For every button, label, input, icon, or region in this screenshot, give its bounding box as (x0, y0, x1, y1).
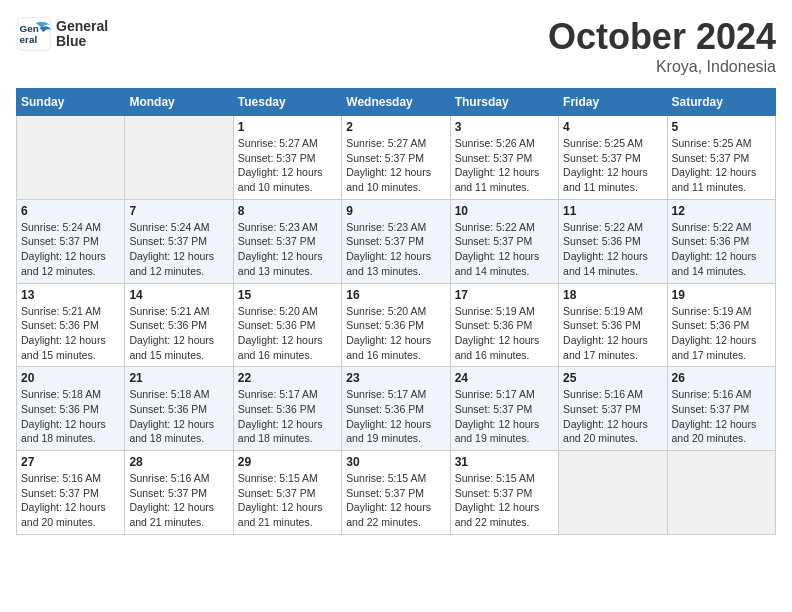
calendar-cell: 19Sunrise: 5:19 AM Sunset: 5:36 PM Dayli… (667, 283, 775, 367)
calendar-cell: 11Sunrise: 5:22 AM Sunset: 5:36 PM Dayli… (559, 199, 667, 283)
day-info: Sunrise: 5:27 AM Sunset: 5:37 PM Dayligh… (346, 136, 445, 195)
calendar-cell: 21Sunrise: 5:18 AM Sunset: 5:36 PM Dayli… (125, 367, 233, 451)
calendar-cell: 31Sunrise: 5:15 AM Sunset: 5:37 PM Dayli… (450, 451, 558, 535)
day-info: Sunrise: 5:15 AM Sunset: 5:37 PM Dayligh… (238, 471, 337, 530)
day-number: 1 (238, 120, 337, 134)
day-number: 12 (672, 204, 771, 218)
day-number: 14 (129, 288, 228, 302)
day-info: Sunrise: 5:17 AM Sunset: 5:37 PM Dayligh… (455, 387, 554, 446)
day-number: 22 (238, 371, 337, 385)
day-info: Sunrise: 5:26 AM Sunset: 5:37 PM Dayligh… (455, 136, 554, 195)
calendar-cell: 27Sunrise: 5:16 AM Sunset: 5:37 PM Dayli… (17, 451, 125, 535)
day-header-thursday: Thursday (450, 89, 558, 116)
day-info: Sunrise: 5:16 AM Sunset: 5:37 PM Dayligh… (563, 387, 662, 446)
day-info: Sunrise: 5:20 AM Sunset: 5:36 PM Dayligh… (346, 304, 445, 363)
day-number: 28 (129, 455, 228, 469)
day-info: Sunrise: 5:18 AM Sunset: 5:36 PM Dayligh… (129, 387, 228, 446)
day-info: Sunrise: 5:19 AM Sunset: 5:36 PM Dayligh… (672, 304, 771, 363)
day-info: Sunrise: 5:15 AM Sunset: 5:37 PM Dayligh… (346, 471, 445, 530)
calendar-cell: 25Sunrise: 5:16 AM Sunset: 5:37 PM Dayli… (559, 367, 667, 451)
day-info: Sunrise: 5:21 AM Sunset: 5:36 PM Dayligh… (129, 304, 228, 363)
calendar-cell: 6Sunrise: 5:24 AM Sunset: 5:37 PM Daylig… (17, 199, 125, 283)
calendar-cell: 2Sunrise: 5:27 AM Sunset: 5:37 PM Daylig… (342, 116, 450, 200)
day-number: 25 (563, 371, 662, 385)
day-header-saturday: Saturday (667, 89, 775, 116)
day-number: 6 (21, 204, 120, 218)
day-number: 30 (346, 455, 445, 469)
day-info: Sunrise: 5:19 AM Sunset: 5:36 PM Dayligh… (455, 304, 554, 363)
calendar-cell: 12Sunrise: 5:22 AM Sunset: 5:36 PM Dayli… (667, 199, 775, 283)
page-header: Gen eral General Blue October 2024 Kroya… (16, 16, 776, 76)
logo: Gen eral General Blue (16, 16, 108, 52)
calendar-header-row: SundayMondayTuesdayWednesdayThursdayFrid… (17, 89, 776, 116)
calendar-cell: 14Sunrise: 5:21 AM Sunset: 5:36 PM Dayli… (125, 283, 233, 367)
day-info: Sunrise: 5:25 AM Sunset: 5:37 PM Dayligh… (563, 136, 662, 195)
calendar-week-row: 27Sunrise: 5:16 AM Sunset: 5:37 PM Dayli… (17, 451, 776, 535)
calendar-cell: 13Sunrise: 5:21 AM Sunset: 5:36 PM Dayli… (17, 283, 125, 367)
calendar-cell: 1Sunrise: 5:27 AM Sunset: 5:37 PM Daylig… (233, 116, 341, 200)
calendar-cell: 20Sunrise: 5:18 AM Sunset: 5:36 PM Dayli… (17, 367, 125, 451)
day-number: 15 (238, 288, 337, 302)
calendar-cell: 15Sunrise: 5:20 AM Sunset: 5:36 PM Dayli… (233, 283, 341, 367)
day-info: Sunrise: 5:15 AM Sunset: 5:37 PM Dayligh… (455, 471, 554, 530)
svg-text:Gen: Gen (20, 23, 39, 34)
day-info: Sunrise: 5:27 AM Sunset: 5:37 PM Dayligh… (238, 136, 337, 195)
calendar-cell: 4Sunrise: 5:25 AM Sunset: 5:37 PM Daylig… (559, 116, 667, 200)
day-number: 13 (21, 288, 120, 302)
day-number: 18 (563, 288, 662, 302)
day-info: Sunrise: 5:24 AM Sunset: 5:37 PM Dayligh… (129, 220, 228, 279)
day-header-monday: Monday (125, 89, 233, 116)
calendar-cell (559, 451, 667, 535)
day-header-wednesday: Wednesday (342, 89, 450, 116)
day-number: 31 (455, 455, 554, 469)
calendar-week-row: 6Sunrise: 5:24 AM Sunset: 5:37 PM Daylig… (17, 199, 776, 283)
calendar-cell: 26Sunrise: 5:16 AM Sunset: 5:37 PM Dayli… (667, 367, 775, 451)
calendar-week-row: 13Sunrise: 5:21 AM Sunset: 5:36 PM Dayli… (17, 283, 776, 367)
day-info: Sunrise: 5:22 AM Sunset: 5:36 PM Dayligh… (563, 220, 662, 279)
day-info: Sunrise: 5:25 AM Sunset: 5:37 PM Dayligh… (672, 136, 771, 195)
logo-icon: Gen eral (16, 16, 52, 52)
calendar-week-row: 1Sunrise: 5:27 AM Sunset: 5:37 PM Daylig… (17, 116, 776, 200)
calendar-cell: 23Sunrise: 5:17 AM Sunset: 5:36 PM Dayli… (342, 367, 450, 451)
day-number: 4 (563, 120, 662, 134)
calendar-cell (17, 116, 125, 200)
calendar-cell (125, 116, 233, 200)
day-info: Sunrise: 5:24 AM Sunset: 5:37 PM Dayligh… (21, 220, 120, 279)
day-number: 9 (346, 204, 445, 218)
day-number: 27 (21, 455, 120, 469)
day-info: Sunrise: 5:17 AM Sunset: 5:36 PM Dayligh… (238, 387, 337, 446)
day-number: 21 (129, 371, 228, 385)
calendar-cell: 18Sunrise: 5:19 AM Sunset: 5:36 PM Dayli… (559, 283, 667, 367)
calendar-cell: 28Sunrise: 5:16 AM Sunset: 5:37 PM Dayli… (125, 451, 233, 535)
calendar-week-row: 20Sunrise: 5:18 AM Sunset: 5:36 PM Dayli… (17, 367, 776, 451)
calendar-cell: 29Sunrise: 5:15 AM Sunset: 5:37 PM Dayli… (233, 451, 341, 535)
day-info: Sunrise: 5:22 AM Sunset: 5:36 PM Dayligh… (672, 220, 771, 279)
calendar-cell: 7Sunrise: 5:24 AM Sunset: 5:37 PM Daylig… (125, 199, 233, 283)
day-info: Sunrise: 5:23 AM Sunset: 5:37 PM Dayligh… (346, 220, 445, 279)
calendar-cell: 8Sunrise: 5:23 AM Sunset: 5:37 PM Daylig… (233, 199, 341, 283)
day-number: 11 (563, 204, 662, 218)
day-info: Sunrise: 5:23 AM Sunset: 5:37 PM Dayligh… (238, 220, 337, 279)
calendar-cell: 10Sunrise: 5:22 AM Sunset: 5:37 PM Dayli… (450, 199, 558, 283)
calendar-cell: 17Sunrise: 5:19 AM Sunset: 5:36 PM Dayli… (450, 283, 558, 367)
day-info: Sunrise: 5:20 AM Sunset: 5:36 PM Dayligh… (238, 304, 337, 363)
calendar-cell: 24Sunrise: 5:17 AM Sunset: 5:37 PM Dayli… (450, 367, 558, 451)
day-info: Sunrise: 5:18 AM Sunset: 5:36 PM Dayligh… (21, 387, 120, 446)
day-info: Sunrise: 5:16 AM Sunset: 5:37 PM Dayligh… (129, 471, 228, 530)
calendar-cell: 5Sunrise: 5:25 AM Sunset: 5:37 PM Daylig… (667, 116, 775, 200)
calendar-cell: 22Sunrise: 5:17 AM Sunset: 5:36 PM Dayli… (233, 367, 341, 451)
calendar-cell: 16Sunrise: 5:20 AM Sunset: 5:36 PM Dayli… (342, 283, 450, 367)
calendar-cell (667, 451, 775, 535)
day-number: 23 (346, 371, 445, 385)
svg-text:eral: eral (20, 34, 38, 45)
title-area: October 2024 Kroya, Indonesia (548, 16, 776, 76)
logo-line1: General (56, 19, 108, 34)
day-number: 26 (672, 371, 771, 385)
day-number: 5 (672, 120, 771, 134)
day-number: 29 (238, 455, 337, 469)
day-info: Sunrise: 5:16 AM Sunset: 5:37 PM Dayligh… (21, 471, 120, 530)
logo-text: General Blue (56, 19, 108, 50)
day-number: 10 (455, 204, 554, 218)
day-number: 19 (672, 288, 771, 302)
day-number: 2 (346, 120, 445, 134)
